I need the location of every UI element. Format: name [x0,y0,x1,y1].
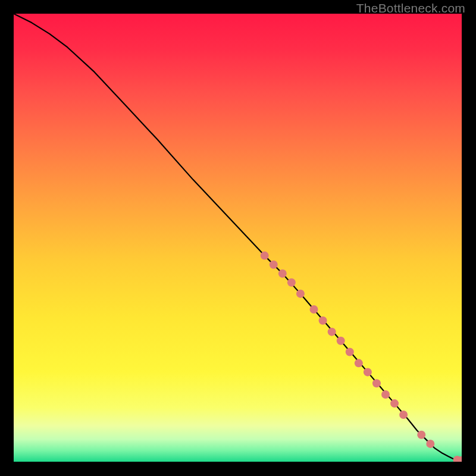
data-point [310,305,318,314]
data-point [399,411,408,419]
data-point [337,337,345,345]
data-point [390,399,399,408]
plot-area [14,14,462,462]
data-point [319,317,327,325]
data-point [355,359,363,367]
data-point [381,390,390,399]
data-point [261,252,269,260]
data-point [417,431,425,439]
plot-canvas [14,14,462,462]
data-point [364,368,372,376]
data-point [270,261,278,269]
watermark-text: TheBottleneck.com [356,1,465,15]
data-point [372,379,381,387]
chart-stage: TheBottleneck.com [0,0,476,476]
data-point [346,348,354,356]
data-point [287,278,296,287]
data-point [296,290,305,298]
plot-background [14,14,462,462]
data-point [426,440,434,448]
data-point [278,270,287,278]
data-point [328,328,336,336]
